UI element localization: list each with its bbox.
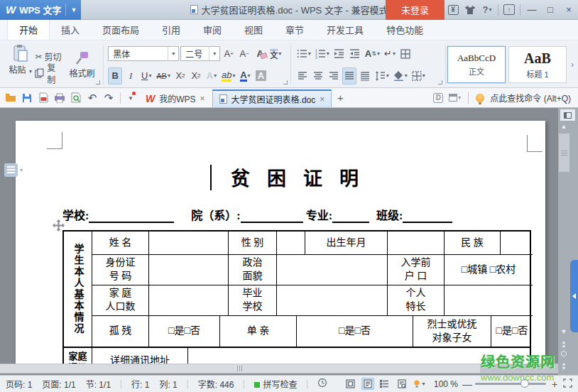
previous-page-icon[interactable]: ▲▲ [558, 340, 569, 348]
ribbon-tab-8[interactable]: 特色功能 [375, 19, 435, 40]
table-cell[interactable] [149, 255, 229, 285]
skin-shirt-icon[interactable] [462, 3, 479, 17]
web-view-icon[interactable] [396, 378, 408, 390]
ribbon-tab-7[interactable]: 开发工具 [315, 19, 375, 40]
decrease-indent-button[interactable] [332, 45, 347, 62]
find-command-hint[interactable]: 点此查找命令 (Alt+Q) [490, 92, 571, 104]
table-cell[interactable] [149, 232, 229, 254]
char-shading-button[interactable]: A [253, 67, 268, 85]
zoom-out-button[interactable]: — [462, 379, 471, 390]
task-pane-handle[interactable] [570, 260, 578, 332]
status-item[interactable]: 节: 1/1 [86, 378, 111, 390]
superscript-button[interactable]: X2 [173, 67, 187, 85]
zoom-slider-thumb[interactable] [520, 379, 529, 388]
bullet-list-button[interactable]: ▾ [295, 45, 312, 62]
save-icon[interactable] [21, 92, 33, 104]
scroll-up-icon[interactable]: ▲ [558, 123, 569, 130]
ruler-toggle-icon[interactable] [560, 109, 575, 121]
doc-title-text[interactable]: 贫困证明 [62, 163, 527, 191]
table-cell[interactable]: □是□否 [297, 316, 413, 347]
table-cell[interactable]: 孤 残 [92, 316, 149, 347]
tools-lamp-icon[interactable]: ▾ [413, 378, 425, 390]
table-cell[interactable] [149, 285, 229, 315]
vertical-scroll-thumb[interactable] [559, 134, 569, 172]
table-cell[interactable]: 身份证 号 码 [92, 255, 149, 285]
ribbon-tab-5[interactable]: 视图 [233, 19, 274, 40]
dialog-launcher-icon[interactable] [96, 80, 100, 85]
zoom-slider[interactable] [475, 383, 546, 385]
fullscreen-upload-icon[interactable]: ↑ [501, 3, 518, 17]
table-cell[interactable] [277, 232, 305, 254]
strikethrough-button[interactable]: AB▾ [155, 67, 172, 85]
page-options-button[interactable]: ▾ [4, 163, 23, 177]
dialog-launcher-icon[interactable] [438, 80, 442, 85]
undo-icon[interactable]: ↶ [86, 92, 99, 104]
table-cell[interactable]: □是□否 [149, 316, 220, 347]
status-item[interactable]: 字数: 446 [198, 378, 234, 390]
show-marks-button[interactable]: ↵▾ [383, 45, 397, 62]
table-cell[interactable]: 烈士或优抚 对象子女 [413, 316, 491, 347]
align-right-button[interactable] [327, 67, 341, 85]
field-0[interactable]: 学校: [62, 206, 174, 223]
table-cell[interactable]: 出生年月 [305, 232, 388, 254]
table-cell[interactable]: 单 亲 [220, 316, 297, 347]
horizontal-scroll-thumb[interactable] [0, 364, 480, 373]
table-cell[interactable]: 姓 名 [92, 232, 149, 254]
font-size-select[interactable]: 二号▾ [180, 46, 220, 61]
print-preview-icon[interactable] [70, 92, 82, 104]
field-3[interactable]: 班级: [376, 206, 452, 223]
align-center-button[interactable] [311, 67, 325, 85]
gallery-more-icon[interactable]: › [569, 60, 575, 70]
ribbon-tab-6[interactable]: 章节 [274, 19, 315, 40]
history-clock-icon[interactable] [317, 378, 327, 390]
increase-font-button[interactable]: A+ [222, 45, 236, 62]
table-cell[interactable] [388, 232, 445, 254]
subscript-button[interactable]: X2 [189, 67, 203, 85]
print-icon[interactable] [53, 92, 66, 104]
login-button[interactable]: 未登录 [386, 0, 445, 20]
next-page-icon[interactable]: ▼▼ [558, 363, 569, 371]
numbered-list-button[interactable]: 123▾ [314, 45, 331, 62]
align-left-button[interactable] [295, 67, 310, 85]
new-tab-button[interactable]: + [332, 92, 349, 104]
bold-button[interactable]: B [108, 67, 122, 85]
paste-button[interactable]: 粘贴 ▾ [7, 44, 33, 85]
redo-icon[interactable]: ↷ [102, 92, 115, 104]
format-painter-button[interactable]: 格式刷 [65, 44, 99, 85]
table-cell[interactable] [188, 348, 530, 364]
italic-button[interactable]: I [124, 67, 138, 85]
maximize-button[interactable]: □ [541, 2, 560, 18]
line-spacing-button[interactable]: ▾ [373, 67, 391, 85]
minimize-button[interactable]: — [523, 2, 541, 18]
draw-table-button[interactable] [398, 45, 413, 62]
table-cell[interactable] [277, 255, 388, 285]
table-cell[interactable] [277, 285, 388, 315]
ribbon-tab-2[interactable]: 页面布局 [91, 19, 151, 40]
app-menu-button[interactable]: W WPS 文字 ▼ [0, 0, 81, 20]
font-color-button[interactable]: A▾ [238, 67, 252, 85]
customize-toolbar-icon[interactable]: ▾ [126, 94, 136, 102]
status-item[interactable]: 页码: 1 [6, 378, 32, 390]
table-cell[interactable]: 政治 面貌 [229, 255, 277, 285]
tab-my-wps[interactable]: W 我的WPS × [138, 89, 212, 107]
docer-icon[interactable]: D [433, 93, 443, 103]
workspace-switch-icon[interactable]: ▾ [449, 94, 461, 102]
vertical-scrollbar[interactable]: ▲ ▼ ▲▲ ▼▼ [558, 108, 578, 375]
pinyin-guide-button[interactable]: wén文▾ [268, 45, 283, 62]
shading-button[interactable]: ▾ [392, 67, 409, 85]
help-icon[interactable]: ?▾ [479, 3, 496, 17]
ribbon-tab-3[interactable]: 引用 [151, 19, 192, 40]
template-store-icon[interactable]: ¥ [445, 3, 462, 17]
clear-format-button[interactable]: A [253, 45, 267, 62]
char-scale-button[interactable]: A⇅▾ [364, 45, 381, 62]
highlight-button[interactable]: ab▾ [220, 67, 236, 85]
ribbon-tab-0[interactable]: 开始 [7, 18, 50, 40]
table-cell[interactable] [445, 285, 533, 315]
table-cell[interactable]: 家 庭 人口数 [92, 285, 149, 315]
outline-view-icon[interactable] [378, 378, 391, 390]
page-view-icon[interactable] [361, 378, 374, 390]
tab-document[interactable]: 大学贫困证明表格.doc × [212, 89, 332, 107]
fit-page-icon[interactable] [563, 379, 572, 390]
style-heading1[interactable]: AaB 标题 1 [508, 46, 567, 83]
field-1[interactable]: 院（系）: [191, 206, 302, 223]
